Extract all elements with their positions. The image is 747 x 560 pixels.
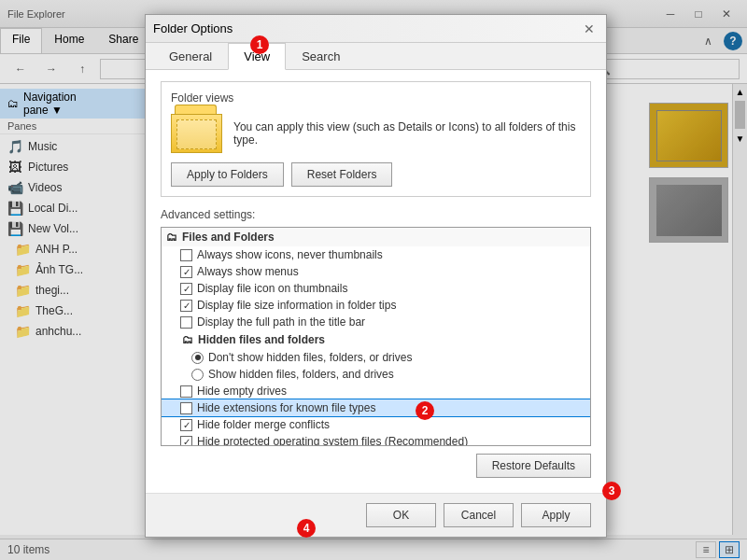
tab-search[interactable]: Search: [286, 43, 356, 70]
settings-label-hide-ext: Hide extensions for known file types: [197, 401, 375, 414]
cancel-btn[interactable]: Cancel: [444, 503, 514, 527]
folder-icon-display: [171, 114, 222, 153]
apply-btn[interactable]: Apply: [521, 503, 591, 527]
hidden-files-header: 🗂 Hidden files and folders: [162, 330, 590, 349]
checkbox-2[interactable]: [180, 283, 192, 295]
checkbox-0[interactable]: [180, 249, 192, 261]
settings-item-hide-merge[interactable]: Hide folder merge conflicts: [162, 416, 590, 433]
settings-item-hide-ext[interactable]: Hide extensions for known file types: [162, 399, 590, 416]
radio-show-label: Show hidden files, folders, and drives: [208, 368, 394, 381]
settings-item-2[interactable]: Display file icon on thumbnails: [162, 280, 590, 297]
folder-body: [171, 114, 222, 153]
restore-defaults-container: Restore Defaults: [161, 454, 591, 482]
advanced-settings-section: Advanced settings: 🗂 Files and Folders A…: [161, 208, 591, 482]
folder-views-section: Folder views You can apply this view (su…: [161, 81, 591, 197]
settings-label-4: Display the full path in the title bar: [197, 315, 365, 329]
settings-item-0[interactable]: Always show icons, never thumbnails: [162, 246, 590, 263]
files-folders-header: 🗂 Files and Folders: [162, 228, 590, 246]
checkbox-4[interactable]: [180, 316, 192, 329]
badge-1: 1: [250, 35, 269, 54]
tab-general[interactable]: General: [153, 43, 228, 70]
radio-show[interactable]: [191, 369, 204, 381]
settings-label-hide-empty: Hide empty drives: [197, 385, 287, 398]
reset-folders-btn[interactable]: Reset Folders: [291, 162, 393, 187]
folder-views-description: You can apply this view (such as Details…: [233, 120, 581, 147]
checkbox-hide-protected[interactable]: [180, 436, 192, 447]
folder-inner: [176, 119, 217, 149]
files-folders-label: Files and Folders: [182, 231, 275, 244]
settings-list[interactable]: 🗂 Files and Folders Always show icons, n…: [161, 227, 591, 446]
settings-item-4[interactable]: Display the full path in the title bar: [162, 314, 590, 330]
hidden-files-icon: 🗂: [182, 333, 193, 346]
checkbox-hide-empty[interactable]: [180, 385, 192, 398]
settings-label-hide-protected: Hide protected operating system files (R…: [197, 435, 468, 446]
checkbox-3[interactable]: [180, 300, 192, 312]
settings-item-hide-protected[interactable]: Hide protected operating system files (R…: [162, 433, 590, 446]
dialog-footer: OK Cancel Apply: [146, 493, 606, 537]
dialog-close-btn[interactable]: ✕: [580, 20, 599, 38]
settings-item-radio-1[interactable]: Show hidden files, folders, and drives: [162, 366, 590, 383]
settings-label-1: Always show menus: [197, 265, 299, 278]
settings-label-2: Display file icon on thumbnails: [197, 282, 347, 295]
settings-item-radio-0[interactable]: Don't show hidden files, folders, or dri…: [162, 349, 590, 366]
checkbox-1[interactable]: [180, 266, 192, 278]
settings-label-3: Display file size information in folder …: [197, 299, 396, 312]
advanced-settings-label: Advanced settings:: [161, 208, 591, 221]
settings-label-0: Always show icons, never thumbnails: [197, 248, 383, 261]
badge-2: 2: [416, 401, 434, 420]
folder-options-dialog: Folder Options ✕ General View Search Fol…: [145, 14, 607, 538]
folder-views-content: You can apply this view (such as Details…: [171, 114, 581, 153]
dialog-tabs: General View Search: [146, 43, 606, 70]
badge-3: 3: [602, 482, 621, 500]
folder-tab: [175, 105, 217, 114]
dialog-titlebar: Folder Options ✕: [146, 15, 606, 43]
settings-item-1[interactable]: Always show menus: [162, 263, 590, 280]
radio-dont-show[interactable]: [191, 352, 204, 364]
dialog-title: Folder Options: [153, 21, 233, 35]
files-icon: 🗂: [166, 231, 177, 244]
checkbox-hide-ext[interactable]: [180, 402, 192, 414]
dialog-body: Folder views You can apply this view (su…: [146, 70, 606, 493]
radio-dont-show-label: Don't show hidden files, folders, or dri…: [208, 351, 412, 364]
ok-btn[interactable]: OK: [366, 503, 436, 527]
checkbox-hide-merge[interactable]: [180, 419, 192, 431]
hidden-files-label: Hidden files and folders: [198, 333, 325, 346]
apply-to-folders-btn[interactable]: Apply to Folders: [171, 162, 284, 187]
settings-item-hide-empty[interactable]: Hide empty drives: [162, 383, 590, 399]
folder-views-buttons: Apply to Folders Reset Folders: [171, 162, 581, 187]
folder-views-label: Folder views: [171, 91, 581, 105]
badge-4: 4: [297, 519, 316, 538]
settings-label-hide-merge: Hide folder merge conflicts: [197, 418, 330, 431]
restore-defaults-btn[interactable]: Restore Defaults: [476, 454, 591, 478]
settings-item-3[interactable]: Display file size information in folder …: [162, 297, 590, 314]
